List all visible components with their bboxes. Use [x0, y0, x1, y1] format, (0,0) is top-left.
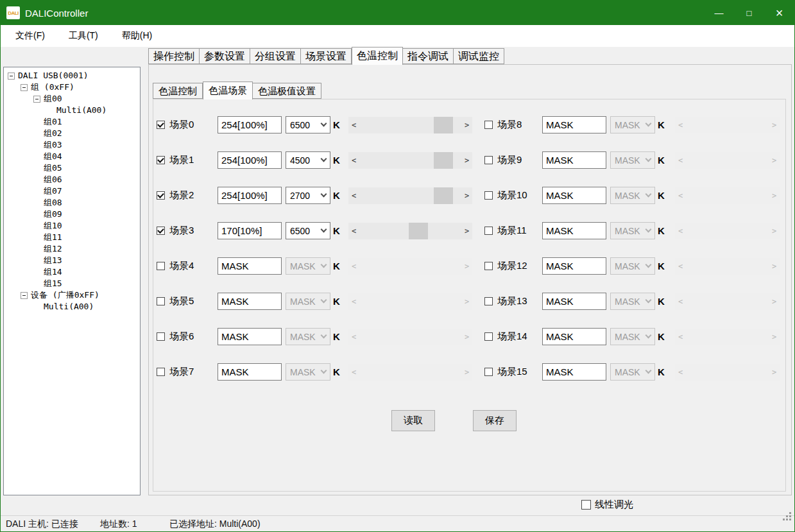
- scene-value-input[interactable]: MASK: [542, 257, 606, 275]
- scrollbar-thumb[interactable]: [409, 223, 428, 239]
- scene-value-input[interactable]: 254[100%]: [218, 187, 282, 204]
- read-button[interactable]: 读取: [391, 410, 435, 431]
- scrollbar-track[interactable]: [359, 152, 461, 169]
- tree-node[interactable]: 组11: [4, 232, 140, 243]
- scene-checkbox[interactable]: [484, 156, 493, 164]
- tree-collapse-icon[interactable]: [21, 292, 28, 299]
- scene-value-input[interactable]: MASK: [542, 187, 606, 204]
- tree-collapse-icon[interactable]: [21, 84, 28, 91]
- scene-checkbox[interactable]: [484, 262, 493, 270]
- scene-checkbox[interactable]: [157, 368, 165, 376]
- scrollbar-thumb[interactable]: [434, 187, 453, 204]
- tree-node[interactable]: DALI USB(0001): [4, 70, 140, 82]
- tree-node[interactable]: 组14: [4, 266, 140, 278]
- scene-checkbox[interactable]: [484, 191, 493, 200]
- scene-checkbox[interactable]: [157, 121, 165, 129]
- scene-value-input[interactable]: MASK: [542, 222, 606, 239]
- scrollbar-right-arrow-icon[interactable]: >: [461, 227, 472, 236]
- tree-node[interactable]: 组01: [4, 116, 140, 128]
- tree-node[interactable]: 组05: [4, 162, 140, 174]
- kelvin-select[interactable]: 4500: [286, 151, 330, 169]
- scene-value-input[interactable]: 170[10%]: [218, 222, 282, 239]
- tree-node[interactable]: 组10: [4, 220, 140, 232]
- scene-checkbox[interactable]: [157, 191, 165, 200]
- scene-value-input[interactable]: MASK: [542, 293, 606, 310]
- menu-item[interactable]: 文件(F): [6, 30, 54, 42]
- menu-item[interactable]: 工具(T): [60, 30, 107, 42]
- tree-node[interactable]: 组 (0xFF): [4, 82, 140, 93]
- tree-node[interactable]: 组15: [4, 278, 140, 289]
- tree-node[interactable]: Multi(A00): [4, 301, 140, 313]
- scrollbar-thumb[interactable]: [434, 117, 453, 133]
- close-button[interactable]: ×: [764, 1, 794, 25]
- scene-checkbox[interactable]: [157, 332, 165, 341]
- tree-node[interactable]: 组13: [4, 255, 140, 266]
- main-tab[interactable]: 指令调试: [403, 48, 454, 64]
- scene-value-input[interactable]: MASK: [542, 151, 606, 169]
- tree-node[interactable]: 组06: [4, 174, 140, 185]
- scene-value-input[interactable]: MASK: [218, 293, 282, 310]
- scene-checkbox[interactable]: [484, 121, 493, 129]
- scene-checkbox[interactable]: [157, 156, 165, 164]
- tree-collapse-icon[interactable]: [33, 96, 40, 103]
- scene-value-input[interactable]: MASK: [542, 363, 606, 381]
- minimize-button[interactable]: —: [704, 1, 734, 25]
- sub-tab[interactable]: 色温极值设置: [253, 83, 321, 99]
- scrollbar-track[interactable]: [359, 117, 461, 133]
- scene-checkbox[interactable]: [484, 227, 493, 235]
- main-tab[interactable]: 场景设置: [301, 48, 352, 64]
- scrollbar-right-arrow-icon[interactable]: >: [461, 121, 472, 130]
- scene-checkbox[interactable]: [484, 297, 493, 305]
- tree-node[interactable]: Multi(A00): [4, 105, 140, 116]
- scrollbar-left-arrow-icon[interactable]: <: [348, 121, 359, 130]
- kelvin-select[interactable]: 6500: [286, 222, 330, 239]
- sub-tab[interactable]: 色温控制: [153, 83, 203, 99]
- main-tab[interactable]: 色温控制: [352, 47, 403, 65]
- scene-checkbox[interactable]: [484, 368, 493, 376]
- tree-node[interactable]: 组08: [4, 197, 140, 209]
- scrollbar-right-arrow-icon[interactable]: >: [461, 191, 472, 200]
- scene-value-input[interactable]: MASK: [542, 328, 606, 345]
- resize-grip[interactable]: [789, 519, 791, 520]
- scene-value-input[interactable]: MASK: [542, 116, 606, 133]
- scrollbar-thumb[interactable]: [434, 152, 453, 169]
- linear-dimming-checkbox[interactable]: [581, 500, 591, 510]
- tree-node[interactable]: 组07: [4, 185, 140, 197]
- tree-collapse-icon[interactable]: [8, 73, 15, 80]
- scrollbar-left-arrow-icon[interactable]: <: [348, 191, 359, 200]
- scene-value-input[interactable]: 254[100%]: [218, 116, 282, 133]
- scene-value-input[interactable]: MASK: [218, 363, 282, 381]
- save-button[interactable]: 保存: [473, 410, 517, 431]
- main-tab[interactable]: 分组设置: [250, 48, 301, 64]
- main-tab[interactable]: 参数设置: [200, 48, 250, 64]
- main-tab[interactable]: 操作控制: [148, 48, 200, 64]
- tree-node[interactable]: 组00: [4, 93, 140, 105]
- main-tab[interactable]: 调试监控: [454, 48, 504, 64]
- menu-item[interactable]: 帮助(H): [113, 30, 161, 42]
- scene-checkbox[interactable]: [157, 297, 165, 305]
- scrollbar-left-arrow-icon[interactable]: <: [348, 156, 359, 165]
- temperature-scrollbar[interactable]: <>: [348, 223, 472, 239]
- temperature-scrollbar[interactable]: <>: [348, 152, 472, 169]
- scrollbar-track[interactable]: [359, 223, 461, 239]
- kelvin-select[interactable]: 2700: [286, 187, 330, 204]
- tree-node[interactable]: 设备 (广播0xFF): [4, 289, 140, 301]
- kelvin-select[interactable]: 6500: [286, 116, 330, 133]
- scrollbar-right-arrow-icon[interactable]: >: [461, 156, 472, 165]
- scene-value-input[interactable]: 254[100%]: [218, 151, 282, 169]
- tree-node[interactable]: 组03: [4, 139, 140, 151]
- scene-checkbox[interactable]: [484, 332, 493, 341]
- scene-value-input[interactable]: MASK: [218, 328, 282, 345]
- tree-node[interactable]: 组12: [4, 243, 140, 255]
- scene-checkbox[interactable]: [157, 227, 165, 235]
- tree-node[interactable]: 组09: [4, 209, 140, 220]
- maximize-button[interactable]: □: [734, 1, 764, 25]
- scene-checkbox[interactable]: [157, 262, 165, 270]
- temperature-scrollbar[interactable]: <>: [348, 117, 472, 133]
- tree-node[interactable]: 组04: [4, 151, 140, 162]
- titlebar[interactable]: DALI DALIController — □ ×: [1, 1, 794, 25]
- temperature-scrollbar[interactable]: <>: [348, 187, 472, 204]
- tree-node[interactable]: 组02: [4, 128, 140, 139]
- scrollbar-left-arrow-icon[interactable]: <: [348, 227, 359, 236]
- sub-tab[interactable]: 色温场景: [203, 82, 253, 99]
